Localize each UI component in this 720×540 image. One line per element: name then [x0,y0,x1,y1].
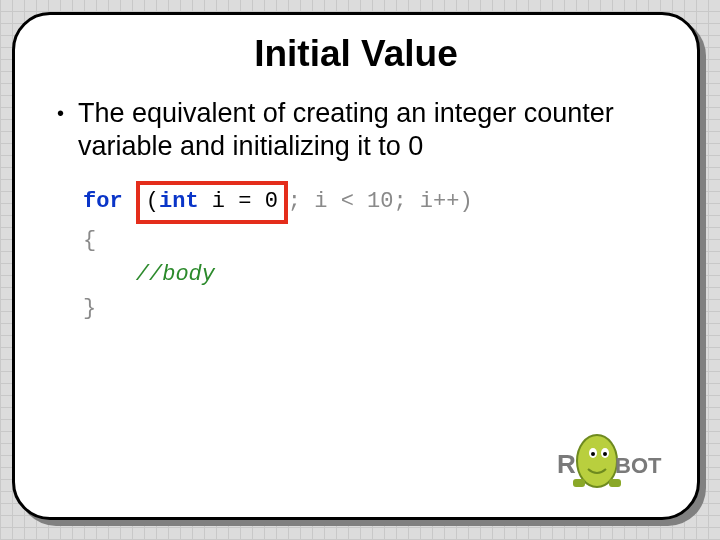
brace-close: } [83,296,96,321]
logo-text-right: BOT [615,453,662,478]
code-line-for: for (int i = 0; i < 10; i++) [83,181,657,224]
bullet-item: • The equivalent of creating an integer … [55,97,657,163]
bullet-marker: • [57,97,64,129]
condition-rest: i < 10; i++) [301,189,473,214]
var-decl: i = 0 [199,189,278,214]
semicolon-1: ; [288,189,301,214]
code-space [123,189,136,214]
keyword-int: int [159,189,199,214]
slide-title: Initial Value [55,33,657,75]
keyword-for: for [83,189,123,214]
slide-frame: Initial Value • The equivalent of creati… [12,12,700,520]
svg-rect-6 [609,479,621,487]
paren-open: ( [146,189,159,214]
code-block: for (int i = 0; i < 10; i++) { //body } [83,181,657,326]
svg-point-4 [603,452,607,456]
brace-open: { [83,228,96,253]
svg-point-3 [591,452,595,456]
svg-rect-5 [573,479,585,487]
bullet-text: The equivalent of creating an integer co… [78,97,657,163]
comment-body: //body [136,262,215,287]
logo: R BOT [543,431,663,491]
indent [83,262,136,287]
code-line-brace-close: } [83,292,657,326]
logo-text-left: R [557,449,576,479]
code-line-brace-open: { [83,224,657,258]
highlight-box: (int i = 0 [136,181,288,224]
code-line-body: //body [83,258,657,292]
